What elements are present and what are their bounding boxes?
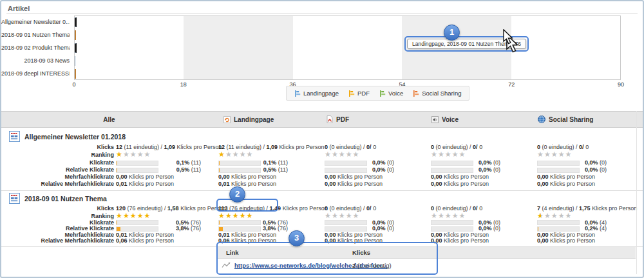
link-table-header: Link Klicks (217, 247, 636, 259)
stat-row-mehrfachklickrate: Mehrfachklickrate 0,00 Klicks pro Person… (1, 174, 643, 181)
ranking-stars-voice: ★★★★★ (431, 150, 500, 159)
star-empty: ★ (137, 150, 144, 158)
star-filled: ★ (225, 212, 232, 219)
star-empty: ★ (353, 212, 360, 219)
legend-label: Voice (388, 90, 403, 97)
bar-chart-plot-area (74, 15, 621, 80)
rate-bar (116, 161, 158, 166)
article-block-nutzen-thema: 2018-09 01 Nutzen Thema Klicks 120 (76 e… (1, 191, 643, 278)
table-header-row: Alle Landingpage PDF Voice Social Sharin… (1, 111, 643, 128)
chart-category-axis: Allgemeiner Newsletter 0... 2018-09 01 N… (1, 15, 70, 80)
star-filled: ★ (144, 212, 151, 219)
star-filled: ★ (232, 212, 240, 219)
chart-row (75, 29, 620, 42)
star-empty: ★ (438, 150, 445, 158)
star-empty: ★ (332, 150, 339, 158)
legend-label: Landingpage (303, 90, 339, 97)
klickrate-social: 0,0% (0) (537, 159, 607, 166)
article-block-allgemeiner-newsletter: Allgemeiner Newsletter 01.2018 Klicks 12… (1, 128, 643, 191)
star-empty: ★ (537, 150, 544, 158)
table-right-divider (636, 111, 637, 274)
star-empty: ★ (438, 212, 445, 219)
stat-row-relative-mehrfachklickrate: Relative Mehrfachklickrate 0,06 Klicks p… (1, 238, 643, 244)
rel-klickrate-social: 0,0% (0) (537, 166, 607, 174)
star-empty: ★ (431, 212, 438, 219)
chart-category-label: Allgemeiner Newsletter 0... (1, 15, 70, 28)
rel-klickrate-voice: 0,0% (0) (431, 166, 500, 174)
newsletter-article-icon[interactable] (9, 193, 20, 204)
klickrate-pdf: 0,0% (0) (325, 159, 394, 166)
star-empty: ★ (144, 150, 151, 158)
star-empty: ★ (558, 212, 565, 219)
column-header-alle: Alle (1, 112, 217, 127)
link-klicks-value: 2 (1 eindeutig) (352, 262, 392, 269)
bar-social-sharing[interactable] (75, 30, 76, 40)
klickrate-alle: 0,1% (11) (116, 159, 201, 166)
article-title-row: 2018-09 01 Nutzen Thema (1, 191, 643, 206)
ranking-stars-alle: ★★★★★ (116, 150, 201, 159)
star-empty: ★ (445, 212, 452, 219)
stat-row-ranking: Ranking ★★★★★ ★★★★★ ★★★★★ ★★★★★ ★★★★★ (1, 151, 643, 159)
globe-icon (538, 115, 545, 123)
bar-landingpage[interactable] (75, 56, 75, 66)
legend-label: Social Sharing (422, 90, 461, 97)
star-empty: ★ (123, 150, 130, 158)
klickrate-landingpage: 0,1% (11) (218, 159, 288, 166)
star-filled: ★ (130, 212, 137, 219)
chart-row (75, 68, 620, 81)
star-empty: ★ (339, 150, 346, 158)
bar-landingpage[interactable] (75, 17, 77, 27)
star-empty: ★ (431, 150, 438, 158)
legend-item-social-sharing[interactable]: Social Sharing (413, 90, 461, 97)
x-tick: 90 (611, 81, 630, 88)
legend-label: PDF (357, 90, 370, 97)
star-empty: ★ (130, 150, 137, 158)
article-statistics-table: Alle Landingpage PDF Voice Social Sharin… (1, 111, 643, 278)
star-empty: ★ (232, 150, 240, 158)
chart-category-label: 2018-09 03 News (1, 54, 70, 67)
star-empty: ★ (544, 150, 551, 158)
star-empty: ★ (325, 150, 332, 158)
star-empty: ★ (558, 150, 565, 158)
chart-row (75, 55, 620, 68)
rel-klickrate-pdf: 0,0% (0) (325, 166, 394, 174)
column-header-voice: Voice (431, 112, 459, 127)
star-filled: ★ (116, 150, 123, 158)
legend-item-voice[interactable]: Voice (379, 90, 403, 97)
chart-category-label: 2018-09 01 Nutzen Thema (1, 28, 70, 41)
star-empty: ★ (353, 150, 360, 158)
article-title: Allgemeiner Newsletter 01.2018 (24, 133, 126, 141)
rel-klickrate-landingpage: 0,5% (11) (218, 166, 288, 174)
star-empty: ★ (565, 150, 573, 158)
legend-item-landingpage[interactable]: Landingpage (294, 90, 339, 97)
star-empty: ★ (225, 150, 232, 158)
column-header-pdf: PDF (327, 112, 349, 127)
bar-landingpage[interactable] (75, 43, 77, 53)
ranking-stars-landingpage: ★★★★★ (218, 150, 288, 159)
star-empty: ★ (346, 150, 353, 158)
article-title-row: Allgemeiner Newsletter 01.2018 (1, 128, 643, 144)
klickrate-voice: 0,0% (0) (431, 159, 500, 166)
star-empty: ★ (240, 150, 247, 158)
star-filled: ★ (247, 212, 254, 219)
newsletter-article-icon[interactable] (9, 131, 20, 142)
star-filled: ★ (218, 212, 225, 219)
bar-social-sharing[interactable] (75, 69, 76, 79)
landingpage-icon (223, 116, 231, 123)
star-empty: ★ (459, 150, 466, 158)
star-empty: ★ (565, 212, 573, 219)
stat-row-relative-mehrfachklickrate: Relative Mehrfachklickrate 0,01 Klicks p… (1, 181, 643, 188)
chart-row (75, 42, 620, 55)
star-filled: ★ (218, 150, 225, 158)
chart-row (75, 16, 620, 29)
star-empty: ★ (544, 212, 551, 219)
stat-row-ranking: Ranking ★★★★★ ★★★★★ ★★★★★ ★★★★★ ★★★★★★ (1, 212, 643, 220)
star-filled: ★ (240, 212, 247, 219)
x-tick: 72 (502, 81, 521, 88)
legend-item-pdf[interactable]: PDF (348, 90, 370, 97)
chart-category-label: 2018-09 02 Produkt Thema... (1, 41, 70, 54)
star-filled: ★ (137, 212, 144, 219)
pdf-legend-icon (348, 90, 355, 97)
star-filled: ★ (116, 212, 123, 219)
title-divider (6, 13, 638, 14)
